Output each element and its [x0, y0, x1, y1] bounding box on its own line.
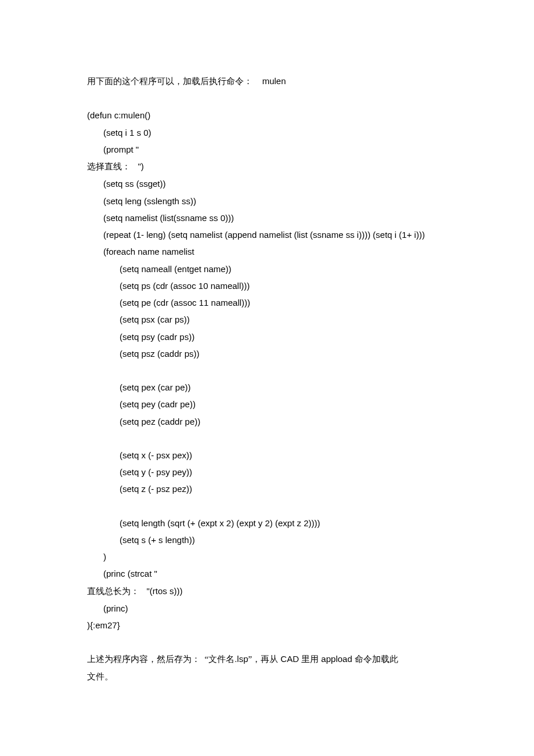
outro-line: 上述为程序内容，然后存为： “文件名.lsp”，再从 CAD 里用 apploa… [87, 650, 447, 668]
code-line: (setq pez (caddr pe)) [87, 413, 447, 430]
code-cn: 选择直线： [87, 162, 131, 171]
code-line: (setq ss (ssget)) [87, 175, 447, 192]
code-line: (princ) [87, 600, 447, 617]
code-line: (setq i 1 s 0) [87, 124, 447, 141]
code-line: (setq z (- psz pez)) [87, 480, 447, 497]
blank-line [87, 430, 447, 447]
code-line: ){:em27} [87, 617, 447, 634]
code-en-text: ") [138, 161, 144, 171]
code-line: ) [87, 548, 447, 565]
outro-text: 里用 [301, 654, 319, 664]
code-line: (setq nameall (entget name)) [87, 261, 447, 277]
blank-line [87, 634, 447, 650]
code-line: (defun c:mulen() [87, 107, 447, 124]
outro-text: 命令加载此 [355, 654, 398, 664]
code-line: (setq psz (caddr ps)) [87, 345, 447, 362]
outro-text: “文件名 [205, 654, 235, 664]
blank-line [87, 90, 447, 107]
outro-text: appload [319, 654, 355, 664]
outro-text: 上述为程序内容，然后存为： [87, 654, 200, 664]
code-line: (setq x (- psx pex)) [87, 447, 447, 464]
code-line: (setq pey (cadr pe)) [87, 396, 447, 413]
intro-cmd [252, 76, 262, 86]
code-line: (setq ps (cdr (assoc 10 nameall))) [87, 277, 447, 294]
code-en [131, 161, 138, 171]
code-line: (princ (strcat " [87, 565, 447, 582]
code-line: (repeat (1- leng) (setq namelist (append… [87, 226, 447, 243]
code-line: 直线总长为： "(rtos s))) [87, 583, 447, 600]
code-line: (setq length (sqrt (+ (expt x 2) (expt y… [87, 515, 447, 531]
code-line: (prompt " [87, 141, 447, 158]
outro-text: CAD [278, 654, 301, 664]
code-line: 选择直线： ") [87, 158, 447, 175]
blank-line [87, 498, 447, 515]
code-line: (setq psx (car ps)) [87, 311, 447, 328]
blank-line [87, 362, 447, 379]
intro-cmd-text: mulen [262, 76, 286, 86]
outro-text: ”，再从 [248, 654, 279, 664]
code-en [139, 586, 147, 596]
document-page: 用下面的这个程序可以，加载后执行命令： mulen (defun c:mulen… [0, 0, 534, 756]
code-cn: 直线总长为： [87, 587, 139, 596]
code-en-text: "(rtos s))) [147, 586, 183, 596]
outro-text: .lsp [234, 654, 248, 664]
intro-line: 用下面的这个程序可以，加载后执行命令： mulen [87, 73, 447, 90]
code-line: (setq s (+ s length)) [87, 531, 447, 548]
intro-text: 用下面的这个程序可以，加载后执行命令： [87, 77, 252, 86]
code-line: (setq leng (sslength ss)) [87, 193, 447, 209]
code-line: (setq psy (cadr ps)) [87, 328, 447, 345]
outro-text [200, 654, 205, 664]
code-line: (setq namelist (list(ssname ss 0))) [87, 209, 447, 226]
code-line: (setq pe (cdr (assoc 11 nameall))) [87, 294, 447, 311]
code-line: (foreach name namelist [87, 243, 447, 260]
outro-line: 文件。 [87, 668, 447, 685]
code-line: (setq y (- psy pey)) [87, 464, 447, 480]
code-line: (setq pex (car pe)) [87, 379, 447, 396]
